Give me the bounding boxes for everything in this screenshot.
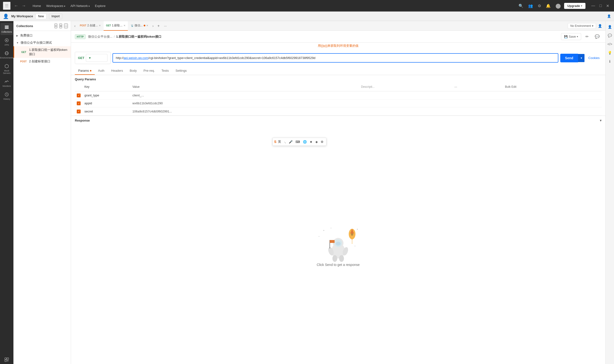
avatar-button[interactable]: ⬤	[554, 2, 562, 10]
param-key[interactable]: secret	[82, 107, 131, 116]
tab-post[interactable]: POST 2.创建... ✕	[78, 21, 103, 31]
row-check[interactable]: ✓	[75, 91, 82, 100]
tab-close[interactable]: ✕	[124, 24, 125, 27]
param-key[interactable]: grant_type	[82, 91, 131, 100]
svg-point-17	[351, 233, 353, 236]
http-badge: HTTP	[75, 34, 86, 39]
import-button[interactable]: Import	[49, 13, 62, 19]
user-icon[interactable]: 👤	[3, 13, 9, 19]
add-collection-button[interactable]: +	[54, 24, 57, 28]
tab-body[interactable]: Body	[126, 67, 140, 75]
ime-apps-btn[interactable]: ◈	[314, 139, 319, 144]
param-desc[interactable]	[359, 107, 451, 116]
row-check[interactable]: ✓	[75, 99, 82, 107]
sidebar-item-add-plugin[interactable]	[0, 355, 13, 364]
team-button[interactable]: 👥	[527, 3, 534, 9]
list-item[interactable]: POST 2.创建标签接口	[13, 58, 71, 65]
param-key[interactable]: appid	[82, 99, 131, 107]
svg-point-27	[336, 242, 340, 246]
cookies-button[interactable]: Cookies	[587, 55, 601, 61]
tab-params[interactable]: Params	[75, 67, 95, 75]
param-value[interactable]: 106a9c6157c4db5f602991...	[131, 107, 359, 116]
tab-headers[interactable]: Headers	[108, 67, 126, 75]
response-section[interactable]: Response ▾	[71, 116, 605, 125]
bulk-edit-button[interactable]: Bulk Edit	[503, 84, 518, 90]
sidebar-item-environments[interactable]: Environments	[0, 49, 13, 61]
list-item[interactable]: ▶ 免费接口	[13, 32, 71, 39]
tab-close[interactable]: ✕	[146, 24, 148, 27]
ime-emoji-btn[interactable]: 🌐	[302, 139, 308, 144]
tab-auth[interactable]: Auth	[95, 67, 108, 75]
environment-selector[interactable]: No Environment ▾	[568, 23, 596, 29]
breadcrumb-current: 1.获取接口统一鉴权码token接口	[116, 35, 161, 39]
param-value[interactable]: client_...	[131, 91, 359, 100]
ime-punct-btn[interactable]: ·,	[283, 139, 287, 144]
api-network-menu-item[interactable]: API Network	[68, 3, 92, 9]
edit-button[interactable]: ✏	[584, 33, 590, 40]
send-dropdown-button[interactable]: ▾	[578, 54, 585, 62]
list-item[interactable]: GET 1.获取接口统一鉴权码token接口	[13, 46, 71, 58]
method-selector[interactable]: GET ▾	[75, 52, 111, 64]
send-button[interactable]: Send	[560, 54, 578, 62]
bell-button[interactable]: 🔔	[544, 3, 552, 9]
ime-voice-btn[interactable]: 🎤	[287, 139, 294, 144]
param-desc[interactable]	[359, 91, 451, 100]
menu-icon[interactable]: ☰	[3, 2, 11, 10]
save-button[interactable]: 💾 Save ▾	[561, 33, 581, 40]
sidebar-item-history[interactable]: History	[0, 90, 13, 102]
tab-close[interactable]: ✕	[99, 24, 101, 27]
more-options-button[interactable]: ···	[64, 24, 68, 28]
new-button[interactable]: New	[36, 13, 47, 19]
tab-settings[interactable]: Settings	[172, 67, 190, 75]
ime-keyboard-btn[interactable]: ⌨	[294, 139, 301, 144]
tabs-prev-button[interactable]: ‹	[73, 23, 77, 29]
sidebar-item-mock-servers[interactable]: Mock Servers	[0, 62, 13, 76]
ime-star-btn[interactable]: ★	[308, 139, 314, 144]
tabs-more-button[interactable]: ···	[162, 23, 169, 29]
add-tab-button[interactable]: +	[156, 23, 161, 29]
method-arrow: ▾	[86, 54, 107, 62]
back-button[interactable]: ←	[13, 2, 20, 9]
param-value[interactable]: wx6b11b3efd1cdc290	[131, 99, 359, 107]
profile-icon[interactable]: 👤	[607, 14, 611, 18]
tab-tests[interactable]: Tests	[158, 67, 172, 75]
url-input[interactable]: http://api.weixin.qq.com/cgi-bin/token?g…	[113, 53, 558, 63]
breadcrumb-collection: 微信公众平台接...	[88, 35, 113, 39]
close-button[interactable]: ✕	[604, 3, 611, 9]
params-more-btn[interactable]: ···	[453, 84, 458, 90]
apis-icon	[4, 38, 9, 43]
home-menu-item[interactable]: Home	[30, 3, 43, 9]
search-button[interactable]: 🔍	[517, 3, 525, 9]
tab-get[interactable]: GET 1.获取... ✕	[104, 21, 128, 31]
settings-button[interactable]: ⚙	[536, 3, 543, 9]
tab-pre-req[interactable]: Pre-req.	[140, 67, 158, 75]
explore-menu-item[interactable]: Explore	[92, 3, 108, 9]
tab-ws[interactable]: 📡 微信... ✕	[128, 21, 151, 31]
right-sidebar-info[interactable]: ℹ	[606, 58, 614, 65]
comment-button[interactable]: 💬	[593, 33, 601, 40]
upgrade-button[interactable]: Upgrade ▾	[564, 3, 586, 9]
workspaces-menu-item[interactable]: Workspaces	[44, 3, 68, 9]
filter-button[interactable]: ≡	[59, 24, 62, 28]
profile-side-button[interactable]: 👤	[597, 23, 603, 29]
ime-lang-btn[interactable]: 英	[277, 139, 282, 144]
row-check[interactable]: ✓	[75, 107, 82, 116]
param-desc[interactable]	[359, 99, 451, 107]
method-label: GET	[78, 56, 84, 60]
sidebar-item-monitors[interactable]: Monitors	[0, 77, 13, 89]
right-sidebar-code[interactable]: </>	[606, 40, 614, 48]
env-arrow: ▾	[592, 24, 593, 27]
maximize-button[interactable]: □	[598, 3, 604, 9]
right-sidebar-profile[interactable]: 👤	[606, 23, 614, 31]
ime-settings-btn[interactable]: ⚙	[319, 139, 325, 144]
tabs-next-button[interactable]: ›	[151, 23, 155, 29]
forward-button[interactable]: →	[20, 2, 27, 9]
tabs-bar: ‹ POST 2.创建... ✕ GET 1.获取... ✕ 📡 微信... ✕…	[71, 21, 605, 31]
right-sidebar-lightbulb[interactable]: 💡	[606, 49, 614, 57]
sidebar-item-apis[interactable]: APIs	[0, 36, 13, 48]
right-sidebar-comments[interactable]: 💬	[606, 32, 614, 39]
sidebar-item-collections[interactable]: Collections	[0, 23, 13, 35]
minimize-button[interactable]: —	[589, 3, 597, 9]
list-item[interactable]: ▼ 微信公众平台接口测试	[13, 39, 71, 46]
history-icon	[4, 92, 9, 97]
